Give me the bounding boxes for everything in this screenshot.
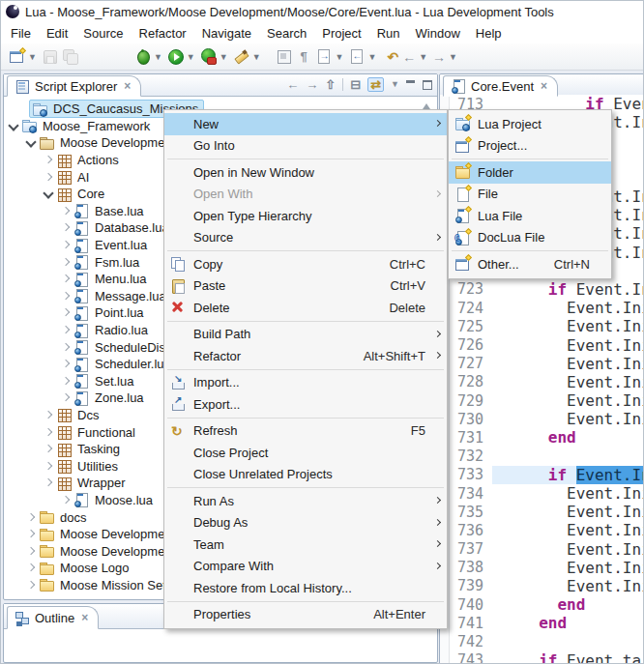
- menu-item-compare-with[interactable]: Compare With: [164, 556, 447, 578]
- up-icon[interactable]: ⇧: [325, 78, 336, 91]
- previous-annotation-dropdown-icon[interactable]: ▼: [367, 52, 378, 62]
- maximize-icon[interactable]: [423, 80, 432, 90]
- chevron-right-icon[interactable]: [24, 528, 37, 540]
- next-annotation-button[interactable]: [314, 46, 335, 68]
- code-line-733[interactable]: 733 if Event.IniObjectCategory == Object…: [440, 466, 644, 484]
- chevron-right-icon[interactable]: [59, 306, 72, 319]
- tab-outline[interactable]: Outline ×: [7, 606, 99, 629]
- tab-script-explorer[interactable]: Script Explorer ×: [7, 75, 141, 97]
- view-menu-icon[interactable]: ▼: [391, 78, 399, 91]
- menu-item-paste[interactable]: PasteCtrl+V: [164, 275, 447, 298]
- menubar-item-navigate[interactable]: Navigate: [194, 24, 259, 43]
- code-line-734[interactable]: 734 Event.IniDCSUnit = Event.initiator: [440, 484, 644, 503]
- menu-item-open-in-new-window[interactable]: Open in New Window: [164, 161, 447, 184]
- chevron-right-icon[interactable]: [59, 358, 72, 370]
- debug-dropdown-icon[interactable]: ▼: [153, 52, 163, 62]
- menu-item-export-[interactable]: Export...: [164, 393, 447, 416]
- menu-item-import-[interactable]: Import...: [164, 372, 447, 394]
- menu-item-build-path[interactable]: Build Path: [164, 324, 447, 346]
- code-line-728[interactable]: 728 Event.IniCoalition = Event.IniDCSUni…: [440, 373, 644, 391]
- menubar-item-search[interactable]: Search: [259, 24, 314, 43]
- chevron-right-icon[interactable]: [59, 256, 72, 269]
- chevron-right-icon[interactable]: [59, 290, 72, 303]
- code-line-743[interactable]: 743 if Event.target then: [440, 651, 644, 664]
- show-whitespace-button[interactable]: ¶: [294, 46, 314, 68]
- chevron-right-icon[interactable]: [42, 460, 54, 473]
- run-coverage-dropdown-icon[interactable]: ▼: [219, 52, 229, 62]
- chevron-right-icon[interactable]: [59, 324, 72, 336]
- code-line-737[interactable]: 737 Event.IniCoalition = Event.IniDCSUni…: [440, 540, 644, 559]
- forward-dropdown-icon[interactable]: ▼: [448, 52, 458, 62]
- code-line-724[interactable]: 724 Event.IniDCSUnit = Event.initiator: [440, 299, 644, 317]
- previous-annotation-button[interactable]: [347, 46, 367, 68]
- code-line-740[interactable]: 740 end: [440, 595, 644, 614]
- submenu-item-other-[interactable]: Other...Ctrl+N: [449, 253, 611, 275]
- code-line-730[interactable]: 730 Event.IniTypeName = Event.IniDCSUnit…: [440, 410, 644, 428]
- chevron-right-icon[interactable]: [59, 375, 72, 388]
- back-button[interactable]: ←: [400, 46, 418, 68]
- menu-item-go-into[interactable]: Go Into: [164, 135, 447, 158]
- chevron-right-icon[interactable]: [42, 476, 54, 489]
- forward-button[interactable]: →: [430, 46, 448, 68]
- chevron-down-icon[interactable]: [42, 188, 54, 200]
- chevron-right-icon[interactable]: [24, 511, 37, 524]
- close-icon[interactable]: ×: [81, 611, 88, 624]
- chevron-right-icon[interactable]: [42, 426, 54, 439]
- menu-item-team[interactable]: Team: [164, 534, 447, 556]
- close-icon[interactable]: ×: [541, 79, 547, 93]
- chevron-down-icon[interactable]: [7, 120, 19, 132]
- submenu-item-project-[interactable]: Project...: [449, 135, 611, 158]
- code-line-741[interactable]: 741 end: [440, 614, 644, 632]
- chevron-right-icon[interactable]: [59, 341, 72, 354]
- menu-item-restore-from-local-history-[interactable]: Restore from Local History...: [164, 577, 447, 599]
- save-button[interactable]: [40, 46, 60, 68]
- menubar-item-project[interactable]: Project: [314, 24, 368, 43]
- code-line-726[interactable]: 726 Event.IniUnitName = Event.IniDCSUnit…: [440, 335, 644, 354]
- code-line-735[interactable]: 735 Event.IniDCSUnitName = Event.IniDCSU…: [440, 503, 644, 521]
- chevron-right-icon[interactable]: [42, 154, 54, 166]
- submenu-item-lua-project[interactable]: Lua Project: [449, 113, 611, 135]
- menu-item-debug-as[interactable]: Debug As: [164, 512, 447, 534]
- next-annotation-dropdown-icon[interactable]: ▼: [335, 52, 345, 62]
- code-line-727[interactable]: 727 Event.IniUnit = STATIC:FindByName( E…: [440, 355, 644, 373]
- menubar-item-edit[interactable]: Edit: [39, 24, 75, 43]
- mark-occurrences-button[interactable]: [274, 46, 294, 68]
- menu-item-properties[interactable]: PropertiesAlt+Enter: [164, 604, 447, 626]
- chevron-right-icon[interactable]: [42, 443, 54, 455]
- link-with-editor-icon[interactable]: ⇄: [367, 77, 384, 92]
- chevron-right-icon[interactable]: [42, 171, 54, 184]
- external-tools-button[interactable]: [231, 46, 251, 68]
- chevron-down-icon[interactable]: [24, 136, 37, 149]
- save-all-button[interactable]: [60, 46, 80, 68]
- chevron-right-icon[interactable]: [24, 562, 37, 574]
- chevron-right-icon[interactable]: [24, 545, 37, 558]
- chevron-right-icon[interactable]: [59, 391, 72, 404]
- menu-item-refresh[interactable]: RefreshF5: [164, 420, 447, 443]
- code-line-729[interactable]: 729 Event.IniCategory = Event.IniDCSUnit…: [440, 391, 644, 410]
- chevron-right-icon[interactable]: [59, 273, 72, 285]
- code-line-731[interactable]: 731 end: [440, 428, 644, 447]
- external-tools-dropdown-icon[interactable]: ▼: [251, 52, 262, 62]
- collapse-all-icon[interactable]: ⊟: [350, 78, 361, 91]
- run-button[interactable]: [165, 46, 186, 68]
- code-line-738[interactable]: 738 Event.IniCategory = Event.IniDCSUnit…: [440, 559, 644, 577]
- menu-item-run-as[interactable]: Run As: [164, 490, 447, 512]
- code-line-736[interactable]: 736 Event.IniUnitName = Event.IniDCSUnit…: [440, 521, 644, 539]
- chevron-right-icon[interactable]: [24, 579, 37, 592]
- menubar-item-window[interactable]: Window: [408, 24, 468, 43]
- code-line-742[interactable]: 742: [440, 632, 644, 650]
- chevron-right-icon[interactable]: [59, 494, 72, 506]
- menu-item-open-type-hierarchy[interactable]: Open Type Hierarchy: [164, 205, 447, 227]
- code-line-739[interactable]: 739 Event.IniTypeName = Event.IniDCSUnit…: [440, 577, 644, 595]
- run-coverage-button[interactable]: [198, 46, 219, 68]
- menubar-item-run[interactable]: Run: [369, 24, 408, 43]
- new-wizard-button[interactable]: [7, 46, 27, 68]
- code-line-723[interactable]: 723 if Event.IniObjectCategory == Object…: [440, 280, 644, 299]
- submenu-item-file[interactable]: File: [449, 184, 611, 206]
- tab-core-event[interactable]: Core.Event ×: [443, 75, 558, 97]
- menubar-item-file[interactable]: File: [3, 24, 39, 43]
- close-icon[interactable]: ×: [124, 79, 131, 93]
- chevron-right-icon[interactable]: [42, 409, 54, 421]
- menubar-item-source[interactable]: Source: [75, 24, 131, 43]
- menu-item-delete[interactable]: DeleteDelete: [164, 297, 447, 319]
